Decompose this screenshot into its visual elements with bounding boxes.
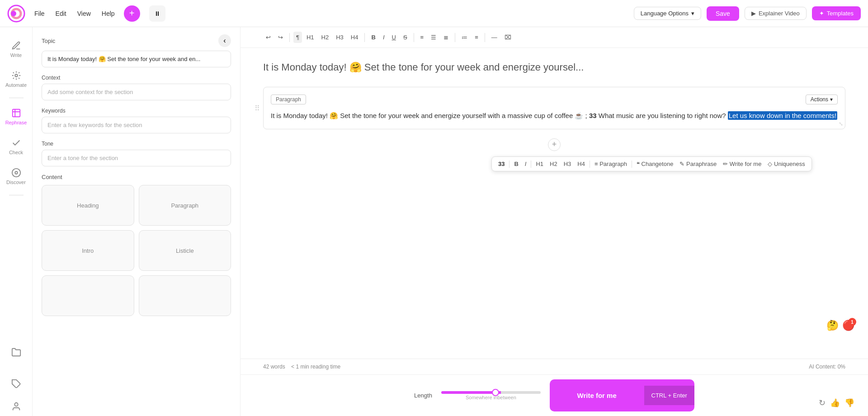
inline-write-for-me[interactable]: ✏ Write for me [721, 160, 763, 168]
topic-input[interactable] [42, 51, 231, 67]
length-slider[interactable] [441, 391, 541, 394]
content-item-6[interactable] [139, 275, 231, 316]
svg-point-7 [14, 403, 18, 406]
svg-point-5 [15, 171, 18, 174]
italic-button[interactable]: I [380, 32, 387, 43]
inline-uniqueness[interactable]: ◇ Uniqueness [766, 160, 807, 168]
content-item-intro[interactable]: Intro [42, 230, 134, 271]
collapse-icon: ‹ [223, 37, 226, 45]
add-block-button[interactable]: + [548, 138, 561, 151]
thumbs-down-button[interactable]: 👎 [844, 398, 854, 408]
reading-time: < 1 min reading time [291, 364, 340, 370]
divider-button[interactable]: — [489, 32, 500, 43]
strikethrough-button[interactable]: S [401, 32, 410, 43]
sidebar-item-write[interactable]: Write [3, 36, 30, 62]
svg-point-3 [15, 74, 18, 77]
editor-container[interactable]: It is Monday today! 🤗 Set the tone for y… [241, 48, 868, 359]
editor-title: It is Monday today! 🤗 Set the tone for y… [263, 61, 845, 73]
discover-icon [11, 168, 21, 178]
pause-button[interactable]: ⏸ [149, 5, 165, 22]
write-icon [11, 41, 21, 51]
content-item-5[interactable] [42, 275, 134, 316]
language-options-button[interactable]: Language Options ▾ [634, 7, 701, 20]
align-center-button[interactable]: ☰ [428, 32, 439, 43]
panel-content: Context Keywords Tone Content Heading Pa… [33, 51, 240, 416]
inline-h4[interactable]: H4 [576, 160, 587, 168]
save-button[interactable]: Save [707, 6, 739, 21]
nav-file[interactable]: File [34, 10, 45, 17]
inline-sep-4 [632, 161, 632, 168]
collapse-panel-button[interactable]: ‹ [218, 34, 231, 47]
write-for-me-button[interactable]: Write for me CTRL + Enter [550, 379, 694, 411]
paragraph-button[interactable]: ¶ [293, 32, 302, 43]
inline-paraphrase[interactable]: ✎ Paraphrase [678, 160, 718, 168]
inline-h1[interactable]: H1 [534, 160, 545, 168]
clear-format-button[interactable]: ⌧ [502, 32, 514, 43]
add-button[interactable]: + [124, 5, 140, 22]
sidebar-item-profile[interactable] [3, 397, 30, 416]
left-panel: Topic ‹ Context Keywords Tone Content [33, 27, 241, 416]
h3-button[interactable]: H3 [333, 32, 346, 43]
sidebar-item-check[interactable]: Check [3, 133, 30, 160]
inline-font-size[interactable]: 33 [496, 160, 506, 168]
sidebar-item-rephrase[interactable]: Rephrase [3, 104, 30, 130]
inline-h2[interactable]: H2 [548, 160, 559, 168]
drag-handle[interactable]: ⠿ [255, 104, 260, 112]
sidebar-item-automate[interactable]: Automate [3, 66, 30, 92]
nav-view[interactable]: View [77, 10, 91, 17]
sidebar-item-discover[interactable]: Discover [3, 163, 30, 189]
inline-bold[interactable]: B [512, 160, 520, 168]
stats-right: AI Content: 0% [809, 364, 845, 370]
context-input[interactable] [42, 84, 231, 100]
h4-button[interactable]: H4 [348, 32, 361, 43]
context-label: Context [42, 75, 231, 81]
keywords-input[interactable] [42, 117, 231, 133]
content-item-heading[interactable]: Heading [42, 185, 134, 226]
context-field-group: Context [42, 75, 231, 100]
inline-paragraph[interactable]: ≡ Paragraph [593, 160, 629, 168]
actions-button[interactable]: Actions ▾ [806, 95, 838, 104]
ordered-list-button[interactable]: ≡ [472, 32, 481, 43]
play-icon: ▶ [751, 10, 756, 17]
underline-button[interactable]: U [389, 32, 399, 43]
templates-button[interactable]: ✦ Templates [812, 6, 861, 20]
inline-h3[interactable]: H3 [562, 160, 573, 168]
length-slider-wrap: Somewhere inbetween [441, 391, 541, 400]
nav-edit[interactable]: Edit [56, 10, 66, 17]
sidebar-item-tags[interactable] [3, 374, 30, 393]
thumbs-up-button[interactable]: 👍 [830, 398, 840, 408]
logo[interactable] [7, 5, 25, 23]
rephrase-icon [11, 108, 21, 118]
svg-point-2 [11, 11, 16, 16]
text-highlighted: Let us know down in the comments! [728, 111, 837, 120]
h2-button[interactable]: H2 [319, 32, 332, 43]
content-item-paragraph[interactable]: Paragraph [139, 185, 231, 226]
refresh-button[interactable]: ↻ [819, 398, 826, 408]
explainer-video-button[interactable]: ▶ Explainer Video [745, 7, 807, 20]
tone-field-group: Tone [42, 141, 231, 166]
check-icon [11, 138, 21, 148]
paragraph-block: ⠿ Paragraph Actions ▾ It is Monday today… [263, 87, 845, 129]
length-hint: Somewhere inbetween [466, 395, 516, 400]
write-for-me-shortcut: CTRL + Enter [644, 386, 694, 405]
align-left-button[interactable]: ≡ [418, 32, 427, 43]
inline-changetone[interactable]: ❝ Changetone [635, 160, 675, 168]
redo-button[interactable]: ↪ [275, 32, 286, 43]
align-right-button[interactable]: ≣ [441, 32, 451, 43]
editor-toolbar: ↩ ↪ ¶ H1 H2 H3 H4 B I U S ≡ ☰ ≣ ≔ ≡ — ⌧ [241, 27, 868, 48]
thinking-emoji: 🤔 [826, 320, 839, 331]
keywords-field-group: Keywords [42, 108, 231, 133]
inline-sep-2 [531, 161, 531, 168]
content-item-listicle[interactable]: Listicle [139, 230, 231, 271]
inline-italic[interactable]: I [523, 160, 528, 168]
h1-button[interactable]: H1 [304, 32, 317, 43]
tone-input[interactable] [42, 150, 231, 166]
sidebar-item-files[interactable] [3, 343, 30, 362]
resize-handle[interactable]: ⤡ [839, 121, 843, 127]
nav-help[interactable]: Help [102, 10, 115, 17]
bold-button[interactable]: B [368, 32, 378, 43]
bullet-list-button[interactable]: ≔ [459, 32, 470, 43]
block-text[interactable]: It is Monday today! 🤗 Set the tone for y… [271, 110, 838, 122]
topic-field-group [42, 51, 231, 67]
undo-button[interactable]: ↩ [263, 32, 274, 43]
